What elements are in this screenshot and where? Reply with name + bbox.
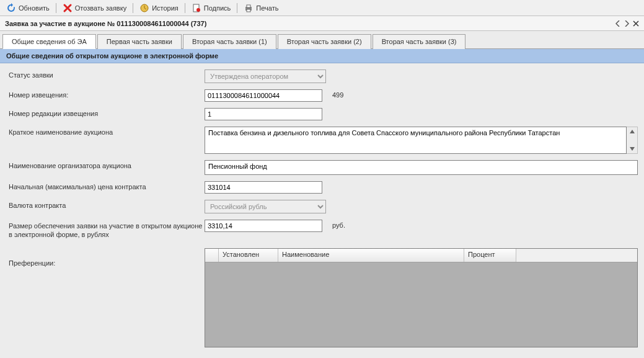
currency-label: Валюта контракта: [6, 200, 205, 209]
form: Статус заявки Утверждена оператором Номе…: [0, 63, 644, 248]
revision-input[interactable]: [205, 108, 322, 120]
table-body: [205, 262, 637, 347]
col-blank: [205, 249, 219, 262]
organizer-textarea[interactable]: Пенсионный фонд: [205, 160, 638, 175]
textarea-scrollbar[interactable]: [627, 127, 638, 154]
preferences-label: Преференции:: [6, 248, 205, 267]
titlebar: Заявка за участие в аукционе № 011130008…: [0, 16, 644, 31]
currency-select[interactable]: Российский рубль: [205, 200, 326, 213]
print-icon: [244, 3, 254, 13]
withdraw-button[interactable]: Отозвать заявку: [60, 2, 129, 14]
status-select[interactable]: Утверждена оператором: [205, 69, 326, 83]
prev-icon[interactable]: [615, 20, 620, 27]
separator: [237, 3, 237, 13]
col-percent: Процент: [464, 249, 516, 262]
print-label: Печать: [256, 4, 278, 12]
history-button[interactable]: История: [137, 2, 181, 14]
separator: [185, 3, 185, 13]
cancel-icon: [63, 3, 73, 13]
short-name-textarea[interactable]: Поставка бензина и дизельного топлива дл…: [205, 127, 627, 154]
window-title: Заявка за участие в аукционе № 011130008…: [5, 20, 206, 27]
col-name: Наименование: [278, 249, 464, 262]
separator: [56, 3, 56, 13]
notice-no-extra: 499: [322, 89, 343, 99]
signature-label: Подпись: [204, 4, 231, 12]
history-icon: [139, 3, 149, 13]
separator: [133, 3, 133, 13]
tab-part2-1[interactable]: Вторая часть заявки (1): [183, 34, 276, 49]
preferences-table: Установлен Наименование Процент: [205, 248, 638, 347]
history-label: История: [152, 4, 179, 12]
revision-label: Номер редакции извещения: [6, 108, 205, 117]
content-area: Общие сведения об открытом аукционе в эл…: [0, 49, 644, 358]
tab-general[interactable]: Общие сведения об ЭА: [2, 34, 96, 49]
start-price-label: Начальная (максимальная) цена контракта: [6, 181, 205, 190]
refresh-label: Обновить: [19, 4, 50, 12]
refresh-button[interactable]: Обновить: [4, 2, 52, 14]
deposit-label: Размер обеспечения заявки на участие в о…: [6, 220, 205, 239]
deposit-input[interactable]: [205, 220, 322, 232]
short-name-label: Краткое наименование аукциона: [6, 127, 205, 136]
print-button[interactable]: Печать: [241, 2, 281, 14]
toolbar: Обновить Отозвать заявку История Подпись…: [0, 0, 644, 16]
window-controls: [615, 20, 639, 27]
organizer-label: Наименование организатора аукциона: [6, 160, 205, 169]
start-price-input[interactable]: [205, 181, 322, 194]
notice-no-label: Номер извещения:: [6, 89, 205, 99]
withdraw-label: Отозвать заявку: [75, 4, 126, 12]
status-label: Статус заявки: [6, 69, 205, 79]
tab-part2-2[interactable]: Вторая часть заявки (2): [278, 34, 371, 49]
section-header: Общие сведения об открытом аукционе в эл…: [0, 49, 644, 63]
svg-rect-4: [247, 5, 250, 7]
tabs: Общие сведения об ЭА Первая часть заявки…: [0, 31, 644, 49]
svg-point-2: [196, 8, 200, 12]
scroll-up-icon[interactable]: [627, 127, 637, 136]
signature-button[interactable]: Подпись: [189, 2, 234, 14]
signature-icon: [192, 3, 201, 13]
close-icon[interactable]: [633, 20, 639, 27]
scroll-down-icon[interactable]: [627, 145, 637, 153]
deposit-unit: руб.: [322, 220, 345, 229]
refresh-icon: [6, 3, 16, 13]
col-set: Установлен: [219, 249, 278, 262]
svg-rect-5: [247, 9, 250, 12]
table-header: Установлен Наименование Процент: [205, 249, 637, 262]
next-icon[interactable]: [624, 20, 629, 27]
tab-part1[interactable]: Первая часть заявки: [97, 34, 182, 49]
tab-part2-3[interactable]: Вторая часть заявки (3): [373, 34, 466, 49]
notice-no-input[interactable]: [205, 89, 322, 102]
